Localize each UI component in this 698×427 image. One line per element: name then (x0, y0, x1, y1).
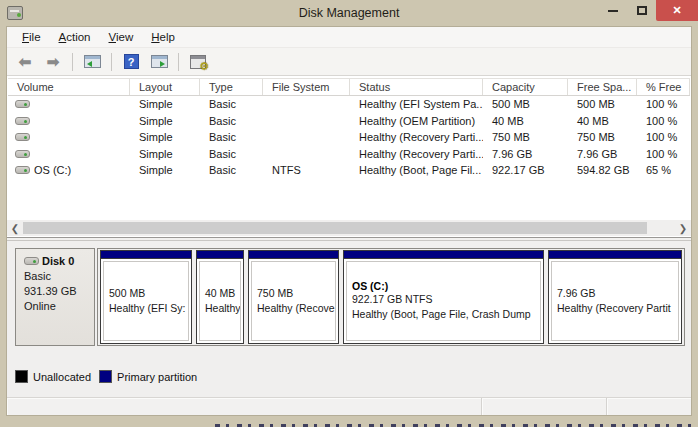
status-segment (7, 398, 482, 415)
partition-detail: Healthy (Boot, Page File, Crash Dump (352, 307, 535, 322)
minimize-button[interactable] (598, 0, 627, 21)
partition-color-bar (549, 251, 681, 259)
type-cell: Basic (200, 148, 263, 160)
column-header[interactable]: Free Spa... (568, 79, 637, 95)
menu-file[interactable]: File (13, 29, 50, 45)
free-space-cell: 500 MB (568, 98, 637, 110)
partition-block[interactable]: 500 MBHealthy (EFI Sy: (100, 250, 192, 344)
partition-block[interactable]: 7.96 GBHealthy (Recovery Partit (548, 250, 682, 344)
partition-body: 40 MBHealthy (199, 261, 241, 341)
table-row[interactable]: OS (C:)SimpleBasicNTFSHealthy (Boot, Pag… (8, 162, 690, 179)
layout-cell: Simple (130, 131, 200, 143)
partition-color-bar (101, 251, 191, 259)
pct-free-cell: 100 % (637, 98, 690, 110)
table-row[interactable]: SimpleBasicHealthy (Recovery Parti...7.9… (8, 146, 690, 163)
menu-help[interactable]: Help (142, 29, 184, 45)
disk-size: 931.39 GB (24, 285, 94, 297)
maximize-icon (637, 6, 647, 15)
table-row[interactable]: SimpleBasicHealthy (EFI System Pa...500 … (8, 96, 690, 113)
horizontal-scrollbar[interactable]: ❮ ❯ (7, 220, 691, 236)
partition-detail: 922.17 GB NTFS (352, 292, 535, 307)
menu-view[interactable]: View (100, 29, 143, 45)
status-cell: Healthy (EFI System Pa... (350, 98, 483, 110)
table-row[interactable]: SimpleBasicHealthy (OEM Partition)40 MB4… (8, 113, 690, 130)
type-cell: Basic (200, 164, 263, 176)
column-header[interactable]: Volume (8, 79, 130, 95)
title-bar[interactable]: Disk Management ✕ (0, 0, 698, 26)
partition-detail: 40 MB (205, 286, 235, 301)
capacity-cell: 922.17 GB (483, 164, 568, 176)
disk-0-band: Disk 0 Basic 931.39 GB Online 500 MBHeal… (15, 248, 685, 346)
help-icon: ? (124, 54, 139, 69)
status-cell: Healthy (Boot, Page Fil... (350, 164, 483, 176)
partition-block[interactable]: 40 MBHealthy (196, 250, 244, 344)
partition-block[interactable]: OS (C:)922.17 GB NTFSHealthy (Boot, Page… (343, 250, 544, 344)
legend-swatch (15, 370, 28, 383)
show-action-pane-button[interactable] (147, 51, 171, 73)
free-space-cell: 7.96 GB (568, 148, 637, 160)
menu-action[interactable]: Action (50, 29, 100, 45)
help-button[interactable]: ? (119, 51, 143, 73)
pct-free-cell: 100 % (637, 148, 690, 160)
partition-block[interactable]: 750 MBHealthy (Recove (248, 250, 339, 344)
volume-list-pane: VolumeLayoutTypeFile SystemStatusCapacit… (7, 76, 691, 237)
maximize-button[interactable] (627, 0, 656, 21)
legend-label: Unallocated (33, 371, 91, 383)
partition-body: 7.96 GBHealthy (Recovery Partit (551, 261, 679, 341)
column-header[interactable]: Capacity (483, 79, 568, 95)
capacity-cell: 7.96 GB (483, 148, 568, 160)
disk-icon (24, 257, 39, 265)
back-button[interactable]: ⬅ (13, 51, 37, 73)
type-cell: Basic (200, 131, 263, 143)
scroll-right-arrow[interactable]: ❯ (675, 223, 691, 234)
column-header[interactable]: Layout (130, 79, 200, 95)
legend: UnallocatedPrimary partition (15, 370, 197, 383)
volume-table: VolumeLayoutTypeFile SystemStatusCapacit… (8, 78, 690, 179)
partition-detail: Healthy (205, 301, 235, 316)
disk-status: Online (24, 300, 94, 312)
volume-cell (8, 100, 130, 108)
status-cell: Healthy (Recovery Parti... (350, 148, 483, 160)
scrollbar-thumb[interactable] (23, 222, 647, 234)
table-row[interactable]: SimpleBasicHealthy (Recovery Parti...750… (8, 129, 690, 146)
scroll-left-arrow[interactable]: ❮ (7, 223, 23, 234)
column-header[interactable]: Status (350, 79, 483, 95)
volume-cell (8, 133, 130, 141)
partition-color-bar (249, 251, 338, 259)
action-pane-icon (151, 55, 168, 68)
legend-item: Unallocated (15, 370, 91, 383)
column-header[interactable]: % Free (637, 79, 690, 95)
forward-button[interactable]: ➡ (41, 51, 65, 73)
partition-detail: Healthy (EFI Sy: (109, 301, 183, 316)
status-cell: Healthy (Recovery Parti... (350, 131, 483, 143)
close-button[interactable]: ✕ (656, 0, 698, 21)
volume-icon (15, 150, 30, 158)
client-area: FileActionViewHelp ⬅ ➡ ? VolumeLayoutTyp… (6, 26, 692, 416)
volume-table-header: VolumeLayoutTypeFile SystemStatusCapacit… (8, 78, 690, 96)
pct-free-cell: 100 % (637, 115, 690, 127)
disk-0-info-panel[interactable]: Disk 0 Basic 931.39 GB Online (15, 248, 95, 346)
disk-management-window: Disk Management ✕ FileActionViewHelp ⬅ ➡… (0, 0, 698, 427)
status-cell: Healthy (OEM Partition) (350, 115, 483, 127)
status-segment (607, 398, 691, 415)
column-header[interactable]: Type (200, 79, 263, 95)
forward-arrow-icon: ➡ (47, 54, 60, 69)
capacity-cell: 750 MB (483, 131, 568, 143)
partition-body: 500 MBHealthy (EFI Sy: (103, 261, 189, 341)
partition-body: OS (C:)922.17 GB NTFSHealthy (Boot, Page… (346, 261, 541, 341)
partition-color-bar (344, 251, 543, 259)
volume-icon (15, 100, 30, 108)
disk-name: Disk 0 (42, 255, 74, 267)
layout-cell: Simple (130, 115, 200, 127)
column-header[interactable]: File System (263, 79, 350, 95)
volume-icon (15, 117, 30, 125)
pct-free-cell: 65 % (637, 164, 690, 176)
show-console-tree-button[interactable] (80, 51, 104, 73)
partition-detail: 750 MB (257, 286, 330, 301)
volume-table-body: SimpleBasicHealthy (EFI System Pa...500 … (8, 96, 690, 179)
legend-swatch (99, 370, 112, 383)
partition-body: 750 MBHealthy (Recove (251, 261, 336, 341)
disk-management-console-button[interactable] (186, 51, 210, 73)
toolbar-separator (72, 53, 73, 71)
toolbar-separator (178, 53, 179, 71)
